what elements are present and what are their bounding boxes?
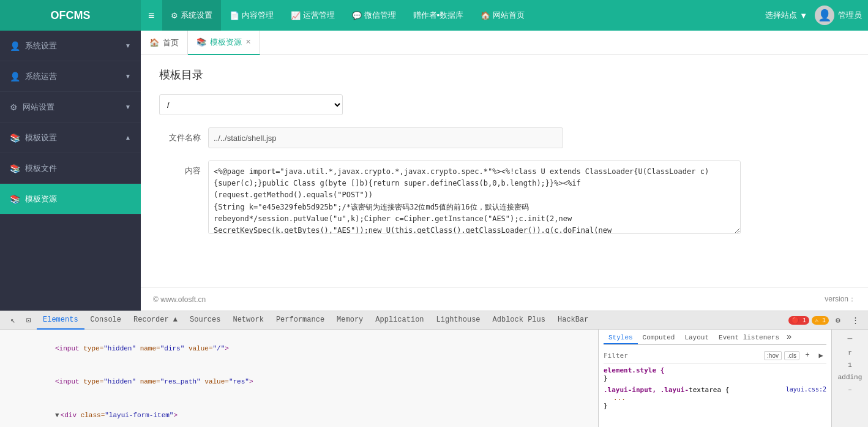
home-icon: 🏠 <box>481 11 490 20</box>
error-badge: 🔴 1 <box>788 316 809 325</box>
refresh-styles-icon[interactable]: ▶ <box>815 350 826 361</box>
user-icon-2: 👤 <box>10 72 20 81</box>
user-icon: 👤 <box>10 41 20 51</box>
hov-filter-button[interactable]: :hov <box>764 351 782 360</box>
main-layout: 👤 系统设置 ▼ 👤 系统运营 ▼ ⚙ 网站设置 ▼ 📚 模板设置 ▲ <box>0 31 868 311</box>
filename-input-container <box>208 127 563 148</box>
directory-select-container: / /css /js /img <box>159 94 343 115</box>
sidebar-item-template-resources[interactable]: 📚 模板资源 <box>0 184 141 214</box>
chart-icon: 📈 <box>291 11 301 20</box>
sidebar-item-template-files[interactable]: 📚 模板文件 <box>0 153 141 184</box>
devtools-tab-adblock[interactable]: Adblock Plus <box>487 311 552 330</box>
nav-right-section: 选择站点 ▼ 👤 管理员 <box>758 6 868 25</box>
devtools-settings-icon[interactable]: ⚙ <box>830 312 846 328</box>
filename-label: 文件名称 <box>159 127 208 143</box>
sidebar-item-system-settings[interactable]: 👤 系统设置 ▼ <box>0 31 141 61</box>
devtools-more-icon[interactable]: ⋮ <box>847 312 863 328</box>
devtools-panel: ↖ ⊡ Elements Console Recorder ▲ Sources … <box>0 311 868 427</box>
devtools-tab-elements[interactable]: Elements <box>37 311 84 330</box>
devtools-tab-recorder[interactable]: Recorder ▲ <box>127 311 184 330</box>
sidebar-item-system-operations[interactable]: 👤 系统运营 ▼ <box>0 61 141 92</box>
devtools-tab-application[interactable]: Application <box>369 311 430 330</box>
add-style-icon[interactable]: + <box>802 350 813 361</box>
warning-badge: ⚠ 1 <box>812 316 829 325</box>
footer-version: version： <box>825 294 856 304</box>
code-line-3[interactable]: ▼<div class="layui-form-item"> <box>0 399 598 427</box>
devtools-tab-console[interactable]: Console <box>84 311 127 330</box>
devtools-tab-network[interactable]: Network <box>226 311 269 330</box>
directory-select[interactable]: / /css /js /img <box>159 94 343 115</box>
doc-icon: 📄 <box>230 11 239 20</box>
page-title: 模板目录 <box>159 67 850 82</box>
form-group-filename: 文件名称 <box>159 127 850 148</box>
tab-template-resources[interactable]: 📚 模板资源 ✕ <box>188 31 260 55</box>
devtools-device-icon[interactable]: ⊡ <box>21 312 37 328</box>
menu-toggle-icon[interactable]: ≡ <box>141 9 162 22</box>
filter-buttons: :hov .cls + ▶ <box>764 350 826 361</box>
code-line-2[interactable]: <input type="hidden" name="res_path" val… <box>0 366 598 399</box>
sidebar-item-website-settings[interactable]: ⚙ 网站设置 ▼ <box>0 92 141 123</box>
devtools-cursor-icon[interactable]: ↖ <box>5 312 21 328</box>
wechat-icon: 💬 <box>352 11 362 20</box>
devtools-extra-panel: – r 1 adding – <box>831 330 868 427</box>
form-group-directory: / /css /js /img <box>159 94 850 115</box>
content-textarea[interactable]: <%@page import="java.util.*,javax.crypto… <box>208 161 741 234</box>
sidebar: 👤 系统设置 ▼ 👤 系统运营 ▼ ⚙ 网站设置 ▼ 📚 模板设置 ▲ <box>0 31 141 311</box>
content-area: 🏠 首页 📚 模板资源 ✕ 模板目录 / /css /js /img <box>141 31 868 311</box>
site-select-dropdown[interactable]: 选择站点 ▼ <box>758 10 815 21</box>
chevron-down-icon: ▼ <box>799 11 807 20</box>
gear-icon-sidebar: ⚙ <box>10 102 18 112</box>
nav-item-content-management[interactable]: 📄 内容管理 <box>221 0 282 31</box>
nav-item-operations[interactable]: 📈 运营管理 <box>282 0 343 31</box>
chevron-up-icon: ▲ <box>125 134 131 141</box>
devtools-tab-memory[interactable]: Memory <box>331 311 369 330</box>
right-panel-tabs: Styles Computed Layout Event listeners » <box>604 332 826 345</box>
tab-home[interactable]: 🏠 首页 <box>141 31 188 55</box>
chevron-down-icon-2: ▼ <box>125 73 131 80</box>
content-label: 内容 <box>159 161 208 176</box>
devtools-right-controls: 🔴 1 ⚠ 1 ⚙ ⋮ <box>787 312 863 328</box>
sidebar-item-template-settings[interactable]: 📚 模板设置 ▲ <box>0 123 141 153</box>
footer: © www.ofosft.cn version： <box>141 287 868 311</box>
filename-input[interactable] <box>208 127 563 148</box>
page-content: 模板目录 / /css /js /img 文件名称 <box>141 55 868 287</box>
devtools-body: <input type="hidden" name="dirs" value="… <box>0 330 868 427</box>
nav-items-container: ⚙ 系统设置 📄 内容管理 📈 运营管理 💬 微信管理 赠作者▪数据库 🏠 网站… <box>162 0 758 31</box>
form-group-content: 内容 <%@page import="java.util.*,javax.cry… <box>159 161 850 236</box>
devtools-tab-hackbar[interactable]: HackBar <box>552 311 594 330</box>
avatar: 👤 <box>815 6 834 25</box>
top-navigation: OFCMS ≡ ⚙ 系统设置 📄 内容管理 📈 运营管理 💬 微信管理 赠作者▪… <box>0 0 868 31</box>
cls-filter-button[interactable]: .cls <box>784 351 799 360</box>
layers-icon-3: 📚 <box>10 194 20 204</box>
devtools-tab-sources[interactable]: Sources <box>184 311 226 330</box>
home-icon-tab: 🏠 <box>149 38 159 47</box>
tab-styles[interactable]: Styles <box>604 332 638 344</box>
styles-filter-input[interactable] <box>604 352 760 360</box>
more-tabs-icon[interactable]: » <box>784 332 794 344</box>
footer-copyright: © www.ofosft.cn <box>153 295 206 304</box>
chevron-down-icon: ▼ <box>125 42 131 49</box>
styles-filter-bar: :hov .cls + ▶ <box>604 347 826 364</box>
layers-icon-tab: 📚 <box>196 37 206 47</box>
nav-item-homepage[interactable]: 🏠 网站首页 <box>472 0 533 31</box>
tabs-bar: 🏠 首页 📚 模板资源 ✕ <box>141 31 868 55</box>
nav-item-system-settings[interactable]: ⚙ 系统设置 <box>162 0 221 31</box>
code-line-1[interactable]: <input type="hidden" name="dirs" value="… <box>0 332 598 366</box>
devtools-tabs-bar: ↖ ⊡ Elements Console Recorder ▲ Sources … <box>0 311 868 330</box>
tab-computed[interactable]: Computed <box>638 332 680 344</box>
admin-name: 管理员 <box>838 10 862 21</box>
tab-event-listeners[interactable]: Event listeners <box>714 332 784 344</box>
tab-close-icon[interactable]: ✕ <box>245 38 251 46</box>
gear-icon: ⚙ <box>171 11 178 20</box>
devtools-styles-panel: Styles Computed Layout Event listeners »… <box>599 330 831 427</box>
devtools-tab-performance[interactable]: Performance <box>270 311 331 330</box>
css-rule-layui-input: .layui-input, .layui-textarea { layui.cs… <box>604 386 826 410</box>
app-logo: OFCMS <box>0 0 141 31</box>
layers-icon-2: 📚 <box>10 164 20 173</box>
css-rule-element-style: element.style { } <box>604 366 826 382</box>
devtools-tab-lighthouse[interactable]: Lighthouse <box>430 311 487 330</box>
devtools-elements-panel: <input type="hidden" name="dirs" value="… <box>0 330 599 427</box>
nav-item-database[interactable]: 赠作者▪数据库 <box>405 0 473 31</box>
nav-item-wechat[interactable]: 💬 微信管理 <box>343 0 405 31</box>
tab-layout[interactable]: Layout <box>679 332 714 344</box>
